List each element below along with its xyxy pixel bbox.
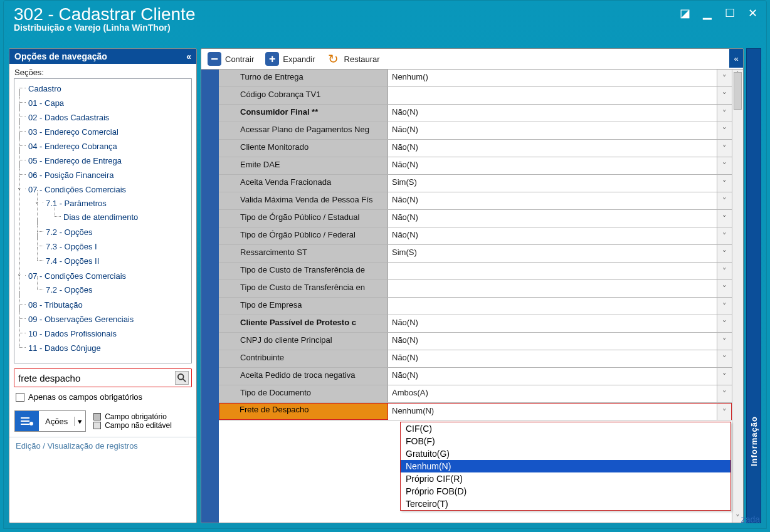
- grid-row-label: Tipo de Custo de Transferência de: [219, 263, 388, 279]
- legend-readonly-label: Campo não editável: [105, 421, 172, 430]
- chevron-down-icon[interactable]: ˅: [717, 175, 732, 192]
- grid-row-value[interactable]: Ambos(A): [388, 385, 717, 402]
- info-strip[interactable]: Informação: [746, 48, 761, 523]
- grid-row-value[interactable]: Nenhum(): [388, 70, 717, 86]
- chevron-down-icon[interactable]: ˅: [717, 368, 732, 385]
- checkbox-icon[interactable]: [16, 393, 24, 402]
- grid-row-value[interactable]: Não(N): [388, 122, 717, 139]
- chevron-down-icon[interactable]: ˅: [717, 280, 732, 297]
- grid-row-value[interactable]: Não(N): [388, 368, 717, 385]
- grid-row-value[interactable]: Não(N): [388, 192, 717, 209]
- chevron-down-icon[interactable]: ˅: [717, 210, 732, 227]
- grid-row-label: Emite DAE: [219, 157, 388, 174]
- chevron-down-icon[interactable]: ▾: [74, 417, 85, 426]
- dropdown-option[interactable]: Terceiro(T): [401, 498, 730, 510]
- grid-row-value[interactable]: Não(N): [388, 227, 717, 244]
- tree-item[interactable]: Dias de atendimento: [55, 210, 190, 224]
- grid-row-value[interactable]: [388, 280, 717, 297]
- window-options-icon[interactable]: ◪: [677, 6, 692, 21]
- chevron-down-icon[interactable]: ˅: [717, 227, 732, 244]
- collapse-nav-icon[interactable]: «: [186, 51, 191, 61]
- chevron-down-icon[interactable]: ˅: [717, 403, 732, 420]
- minimize-icon[interactable]: ▁: [700, 6, 715, 21]
- tree-item[interactable]: 03 - Endereço Comercial: [19, 125, 190, 139]
- grid-row: Cliente Passível de Protesto cNão(N)˅: [219, 315, 732, 333]
- grid-row-value[interactable]: [388, 298, 717, 315]
- grid-row-value[interactable]: Não(N): [388, 333, 717, 350]
- dropdown-option[interactable]: Próprio FOB(D): [401, 485, 730, 498]
- scroll-thumb[interactable]: [734, 72, 742, 110]
- grid-row: Tipo de Órgão Público / FederalNão(N)˅: [219, 227, 732, 245]
- search-input[interactable]: [17, 372, 175, 384]
- tree-item[interactable]: 7.3 - Opções I: [37, 239, 190, 254]
- actions-button[interactable]: Ações ▾: [14, 410, 86, 432]
- tree-item[interactable]: ˅ 7.1 - Parâmetros Dias de atendimento: [37, 196, 190, 225]
- grid-row-value[interactable]: Não(N): [388, 210, 717, 227]
- dropdown-option[interactable]: CIF(C): [401, 422, 730, 435]
- grid-row-value[interactable]: Não(N): [388, 140, 717, 157]
- chevron-down-icon[interactable]: ˅: [717, 157, 732, 174]
- grid-row-value[interactable]: Não(N): [388, 350, 717, 367]
- chevron-down-icon[interactable]: ˅: [717, 122, 732, 139]
- chevron-down-icon[interactable]: ˅: [717, 70, 732, 86]
- chevron-down-icon[interactable]: ˅: [18, 271, 25, 279]
- dropdown-option[interactable]: FOB(F): [401, 435, 730, 447]
- search-button[interactable]: [175, 371, 189, 385]
- grid-row-value[interactable]: Sim(S): [388, 245, 717, 262]
- footer-link[interactable]: zada: [741, 514, 760, 524]
- chevron-down-icon[interactable]: ˅: [717, 140, 732, 157]
- chevron-down-icon[interactable]: ˅: [717, 385, 732, 402]
- chevron-down-icon[interactable]: ˅: [717, 333, 732, 350]
- chevron-down-icon[interactable]: ˅: [717, 315, 732, 332]
- expand-label: Expandir: [283, 55, 315, 64]
- tree-item[interactable]: 05 - Endereço de Entrega: [19, 154, 190, 168]
- grid-row-value[interactable]: Sim(S): [388, 175, 717, 192]
- tree-item[interactable]: 10 - Dados Profissionais: [19, 326, 190, 341]
- grid-row-value[interactable]: Não(N): [388, 105, 717, 122]
- tree-node-7a[interactable]: ˅ 07 - Condições Comerciais ˅ 7.1 - Parâ…: [19, 182, 190, 269]
- chevron-down-icon[interactable]: ˅: [717, 263, 732, 279]
- chevron-down-icon[interactable]: ˅: [717, 105, 732, 122]
- tree-item[interactable]: 09 - Observações Gerenciais: [19, 312, 190, 326]
- chevron-down-icon[interactable]: ˅: [35, 199, 43, 206]
- tree-item[interactable]: 7.2 - Opções: [37, 225, 190, 239]
- contract-button[interactable]: − Contrair: [208, 52, 254, 66]
- tree-item[interactable]: 7.4 - Opções II: [37, 254, 190, 268]
- tree-item[interactable]: 11 - Dados Cônjuge: [19, 341, 190, 355]
- chevron-down-icon[interactable]: ˅: [717, 87, 732, 104]
- tree-item[interactable]: 08 - Tributação: [19, 298, 190, 312]
- grid-row-label: Tipo de Órgão Público / Estadual: [219, 210, 388, 227]
- grid-row-value[interactable]: [388, 263, 717, 279]
- collapse-right-icon[interactable]: «: [729, 49, 743, 68]
- chevron-down-icon[interactable]: ˅: [717, 192, 732, 209]
- dropdown-option[interactable]: Gratuito(G): [401, 447, 730, 460]
- grid-row-value[interactable]: [388, 87, 717, 104]
- frete-despacho-dropdown[interactable]: CIF(C)FOB(F)Gratuito(G)Nenhum(N)Próprio …: [400, 422, 731, 511]
- restore-button[interactable]: ↻ Restaurar: [327, 52, 380, 66]
- chevron-down-icon[interactable]: ˅: [717, 245, 732, 262]
- maximize-icon[interactable]: ☐: [722, 6, 737, 21]
- grid-scrollbar[interactable]: ˄ ˅: [732, 70, 743, 523]
- sections-tree[interactable]: Cadastro 01 - Capa 02 - Dados Cadastrais…: [14, 78, 192, 363]
- tree-item[interactable]: 7.2 - Opções: [37, 283, 190, 297]
- grid-row-value[interactable]: Nenhum(N): [388, 403, 717, 420]
- tree-item[interactable]: 06 - Posição Financeira: [19, 168, 190, 182]
- close-icon[interactable]: ✕: [745, 6, 760, 21]
- tree-item[interactable]: 04 - Endereço Cobrança: [19, 139, 190, 154]
- chevron-down-icon[interactable]: ˅: [717, 350, 732, 367]
- grid-row-value[interactable]: Não(N): [388, 315, 717, 332]
- tree-item[interactable]: 01 - Capa: [19, 96, 190, 110]
- tree-node-7b[interactable]: ˅ 07 - Condições Comerciais 7.2 - Opções: [19, 269, 190, 298]
- grid-selector-bar[interactable]: [201, 70, 219, 523]
- grid-row-label: CNPJ do cliente Principal: [219, 333, 388, 350]
- chevron-down-icon[interactable]: ˅: [18, 185, 25, 192]
- chevron-down-icon[interactable]: ˅: [717, 298, 732, 315]
- expand-button[interactable]: + Expandir: [265, 52, 315, 66]
- mandatory-only-row[interactable]: Apenas os campos obrigatórios: [9, 389, 196, 408]
- tree-root[interactable]: Cadastro: [19, 81, 190, 96]
- grid-row-value[interactable]: Não(N): [388, 157, 717, 174]
- actions-label: Ações: [39, 417, 74, 426]
- tree-item[interactable]: 02 - Dados Cadastrais: [19, 110, 190, 125]
- dropdown-option[interactable]: Nenhum(N): [401, 460, 730, 472]
- dropdown-option[interactable]: Próprio CIF(R): [401, 472, 730, 485]
